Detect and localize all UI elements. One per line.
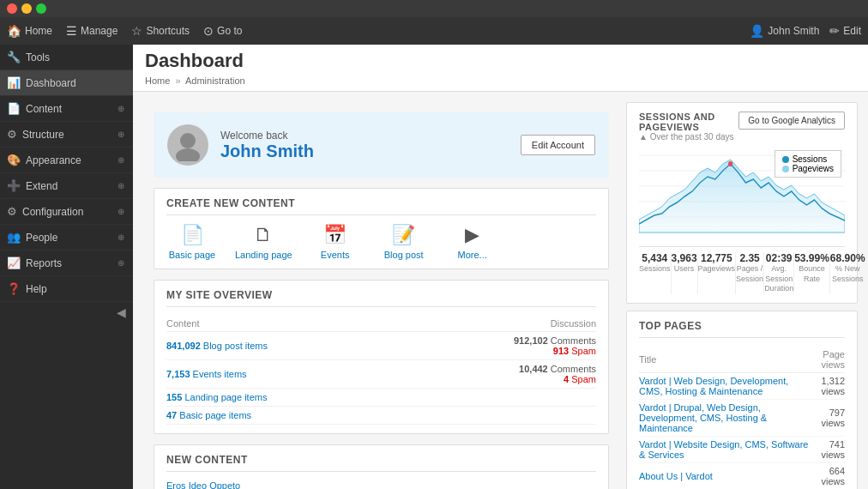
sidebar-item-extend[interactable]: ➕ Extend ⊕ [0, 173, 133, 199]
overview-label-0[interactable]: Blog post items [203, 341, 268, 351]
overview-disc-2 [403, 389, 596, 407]
sessions-titles: SESSIONS AND PAGEVIEWS ▲ Over the past 3… [639, 112, 738, 142]
stat-1: 3,963 Users [672, 252, 698, 294]
create-icon-blog-post: 📝 [392, 224, 415, 246]
overview-row-2: 155 Landing page items [166, 389, 596, 407]
overview-label-3[interactable]: Basic page items [179, 410, 251, 420]
stat-label-6: % New Sessions [830, 264, 865, 284]
shortcuts-label: Shortcuts [146, 25, 190, 37]
overview-disc-3 [403, 407, 596, 425]
overview-disc-1: 10,442 Comments 4 Spam [403, 360, 596, 389]
nav-manage[interactable]: ☰ Manage [66, 24, 118, 38]
breadcrumb-home[interactable]: Home [145, 75, 170, 86]
overview-table: Content Discussion 841,092 Blog post ite… [166, 316, 596, 425]
sessions-legend-dot [782, 156, 789, 163]
home-icon: 🏠 [7, 24, 21, 38]
create-content-grid: 📄 Basic page 🗋 Landing page 📅 Events 📝 B… [166, 224, 596, 260]
sidebar-item-content[interactable]: 📄 Content ⊕ [0, 96, 133, 122]
welcome-text: Welcome back John Smith [220, 130, 509, 161]
maximize-window-control[interactable] [36, 3, 46, 14]
overview-discussion-header: Discussion [403, 316, 596, 332]
create-label-basic-page: Basic page [169, 250, 215, 260]
sidebar-label-reports: Reports [26, 257, 62, 269]
user-menu[interactable]: 👤 John Smith [750, 24, 819, 38]
sidebar-item-reports[interactable]: 📈 Reports ⊕ [0, 251, 133, 276]
sidebar-item-help[interactable]: ❓ Help [0, 276, 133, 302]
top-bar: 🏠 Home ☰ Manage ☆ Shortcuts ⊙ Go to 👤 Jo… [0, 17, 868, 45]
top-page-row-3: About Us | Vardot 664 views [639, 463, 845, 489]
top-page-views-1: 797 views [810, 400, 845, 437]
create-icon-more: ▶ [465, 224, 479, 246]
stat-label-3: Pages / Session [736, 264, 763, 284]
nav-goto[interactable]: ⊙ Go to [203, 24, 242, 38]
top-page-link-0[interactable]: Vardot | Web Design, Development, CMS, H… [639, 376, 788, 396]
google-analytics-button[interactable]: Go to Google Analytics [738, 112, 845, 130]
top-page-link-1[interactable]: Vardot | Drupal, Web Design, Development… [639, 402, 767, 433]
sidebar-collapse-button[interactable]: ◀ [0, 302, 133, 323]
configuration-icon: ⚙ [7, 205, 17, 218]
stat-5: 53.99% Bounce Rate [794, 252, 830, 294]
sidebar-item-tools[interactable]: 🔧 Tools [0, 45, 133, 70]
create-item-more[interactable]: ▶ More... [447, 224, 498, 260]
edit-shortcut[interactable]: ✏ Edit [829, 24, 861, 38]
top-page-row-0: Vardot | Web Design, Development, CMS, H… [639, 373, 845, 400]
disc-spam-0: 913 Spam [553, 346, 596, 356]
sessions-subtitle: ▲ Over the past 30 days [639, 132, 738, 142]
sidebar-item-people[interactable]: 👥 People ⊕ [0, 225, 133, 251]
new-content-title-0[interactable]: Eros Ideo Oppeto [166, 480, 596, 489]
overview-label-2[interactable]: Landing page items [184, 392, 267, 402]
stat-value-1: 3,963 [672, 252, 697, 264]
top-pages-table: Title Page views Vardot | Web Design, De… [639, 347, 845, 489]
sidebar-item-structure[interactable]: ⚙ Structure ⊕ [0, 122, 133, 148]
edit-account-button[interactable]: Edit Account [521, 135, 595, 155]
overview-count-3: 47 [166, 410, 177, 420]
sidebar-item-dashboard[interactable]: 📊 Dashboard [0, 70, 133, 96]
sidebar-item-appearance[interactable]: 🎨 Appearance ⊕ [0, 148, 133, 173]
sidebar-label-structure: Structure [22, 129, 64, 141]
extend-icon: ➕ [7, 179, 21, 192]
stat-label-4: Avg. Session Duration [764, 264, 793, 294]
top-pages-col-views: Page views [810, 347, 845, 373]
pageviews-legend-dot [782, 166, 789, 172]
stat-value-5: 53.99% [794, 252, 829, 264]
expand-icon-configuration: ⊕ [118, 207, 124, 216]
overview-disc-0: 912,102 Comments 913 Spam [403, 332, 596, 360]
new-content-item-0: Eros Ideo Oppeto Events by: Anonymous on… [166, 480, 596, 489]
goto-label: Go to [217, 25, 242, 37]
shortcuts-icon: ☆ [131, 24, 142, 38]
disc-spam-1: 4 Spam [564, 374, 596, 384]
expand-icon-appearance: ⊕ [118, 155, 124, 165]
content-icon: 📄 [7, 102, 21, 115]
svg-point-0 [180, 133, 196, 148]
top-page-link-2[interactable]: Vardot | Website Design, CMS, Software &… [639, 439, 808, 460]
stat-4: 02:39 Avg. Session Duration [764, 252, 794, 294]
create-item-events[interactable]: 📅 Events [310, 224, 361, 260]
nav-home[interactable]: 🏠 Home [7, 24, 52, 38]
stat-6: 68.90% % New Sessions [830, 252, 865, 294]
people-icon: 👥 [7, 231, 21, 244]
create-item-blog-post[interactable]: 📝 Blog post [378, 224, 430, 260]
welcome-back-label: Welcome back [220, 130, 509, 142]
expand-icon-people: ⊕ [118, 232, 124, 242]
sessions-legend-label: Sessions [793, 154, 828, 164]
stat-label-0: Sessions [639, 264, 671, 275]
page-header: Dashboard Home » Administration [133, 45, 868, 92]
appearance-icon: 🎨 [7, 154, 21, 166]
create-item-landing-page[interactable]: 🗋 Landing page [235, 224, 292, 260]
create-content-title: CREATE NEW CONTENT [166, 197, 596, 215]
overview-label-1[interactable]: Events items [193, 369, 247, 379]
close-window-control[interactable] [7, 3, 17, 14]
top-page-views-2: 741 views [810, 437, 845, 463]
overview-row-1: 7,153 Events items 10,442 Comments 4 Spa… [166, 360, 596, 389]
top-pages-title: TOP PAGES [639, 320, 845, 338]
sidebar-item-configuration[interactable]: ⚙ Configuration ⊕ [0, 199, 133, 225]
create-item-basic-page[interactable]: 📄 Basic page [166, 224, 218, 260]
breadcrumb-current: Administration [185, 75, 245, 86]
minimize-window-control[interactable] [21, 3, 32, 14]
top-page-row-2: Vardot | Website Design, CMS, Software &… [639, 437, 845, 463]
create-icon-events: 📅 [323, 224, 347, 246]
top-page-link-3[interactable]: About Us | Vardot [639, 471, 713, 481]
pageviews-legend-item: Pageviews [782, 164, 834, 173]
disc-comments-0: 912,102 Comments [514, 335, 596, 346]
nav-shortcuts[interactable]: ☆ Shortcuts [131, 24, 190, 38]
